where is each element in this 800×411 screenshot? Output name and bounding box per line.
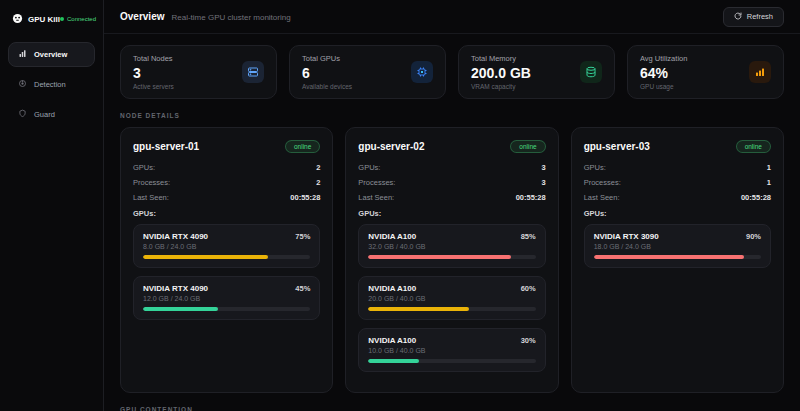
sidebar-item-guard[interactable]: Guard bbox=[8, 102, 95, 127]
page-title: Overview bbox=[120, 11, 164, 22]
stat-sublabel: GPU usage bbox=[640, 83, 687, 90]
gpu-memory: 10.0 GB / 40.0 GB bbox=[368, 347, 535, 354]
stat-card: Total Memory 200.0 GB VRAM capacity bbox=[458, 45, 615, 99]
node-card: gpu-server-02 online GPUs:3 Processes:3 … bbox=[345, 127, 558, 393]
refresh-button[interactable]: Refresh bbox=[723, 7, 784, 27]
last-seen-label: Last Seen: bbox=[358, 193, 394, 202]
app-title: GPU Kill bbox=[28, 15, 60, 24]
page-subtitle: Real-time GPU cluster monitoring bbox=[171, 13, 290, 22]
gpu-name: NVIDIA RTX 4090 bbox=[143, 232, 208, 241]
content: Total Nodes 3 Active servers Total GPUs … bbox=[104, 34, 800, 411]
last-seen-value: 00:55:28 bbox=[516, 193, 546, 202]
refresh-icon bbox=[734, 12, 742, 22]
node-card: gpu-server-01 online GPUs:2 Processes:2 … bbox=[120, 127, 333, 393]
gpu-memory: 8.0 GB / 24.0 GB bbox=[143, 243, 310, 250]
gpu-memory: 20.0 GB / 40.0 GB bbox=[368, 295, 535, 302]
gpu-list-label: GPUs: bbox=[584, 209, 771, 218]
gpu-row: NVIDIA A100 60% 20.0 GB / 40.0 GB bbox=[358, 276, 545, 320]
gpu-utilization: 60% bbox=[521, 284, 536, 293]
gpus-label: GPUs: bbox=[133, 163, 155, 172]
main-area: Overview Real-time GPU cluster monitorin… bbox=[104, 0, 800, 411]
sidebar-item-detection[interactable]: Detection bbox=[8, 72, 95, 97]
sidebar-item-label: Guard bbox=[34, 110, 55, 119]
sidebar-item-overview[interactable]: Overview bbox=[8, 42, 95, 67]
utilization-bar-fill bbox=[368, 359, 418, 363]
server-icon bbox=[242, 61, 264, 83]
stat-sublabel: Available devices bbox=[302, 83, 352, 90]
utilization-bar-track bbox=[368, 255, 535, 259]
gpu-row: NVIDIA RTX 3090 90% 18.0 GB / 24.0 GB bbox=[584, 224, 771, 268]
sidebar: GPU Kill Connected OverviewDetectionGuar… bbox=[0, 0, 104, 411]
connection-status: Connected bbox=[60, 16, 96, 22]
status-badge: online bbox=[736, 140, 771, 153]
bar-chart-icon bbox=[18, 49, 27, 60]
last-seen-value: 00:55:28 bbox=[290, 193, 320, 202]
processes-value: 2 bbox=[316, 178, 320, 187]
stat-value: 3 bbox=[133, 65, 174, 81]
stat-sublabel: Active servers bbox=[133, 83, 174, 90]
gpu-utilization: 45% bbox=[295, 284, 310, 293]
node-name: gpu-server-02 bbox=[358, 141, 424, 152]
gpu-contention-section-label: GPU CONTENTION bbox=[120, 406, 784, 411]
utilization-bar-track bbox=[368, 359, 535, 363]
gpu-list-label: GPUs: bbox=[133, 209, 320, 218]
gpu-list: NVIDIA RTX 3090 90% 18.0 GB / 24.0 GB bbox=[584, 224, 771, 268]
gpu-row: NVIDIA RTX 4090 45% 12.0 GB / 24.0 GB bbox=[133, 276, 320, 320]
chip-icon bbox=[411, 61, 433, 83]
gpus-value: 1 bbox=[767, 163, 771, 172]
utilization-bar-track bbox=[143, 255, 310, 259]
gpu-list: NVIDIA A100 85% 32.0 GB / 40.0 GB NVIDIA… bbox=[358, 224, 545, 372]
gpu-name: NVIDIA A100 bbox=[368, 232, 416, 241]
gpus-value: 3 bbox=[541, 163, 545, 172]
utilization-bar-track bbox=[143, 307, 310, 311]
stat-label: Total Memory bbox=[471, 54, 531, 63]
gpu-list: NVIDIA RTX 4090 75% 8.0 GB / 24.0 GB NVI… bbox=[133, 224, 320, 320]
stat-label: Total Nodes bbox=[133, 54, 174, 63]
utilization-bar-track bbox=[594, 255, 761, 259]
gpu-name: NVIDIA RTX 4090 bbox=[143, 284, 208, 293]
gpus-label: GPUs: bbox=[584, 163, 606, 172]
utilization-bar-fill bbox=[143, 307, 218, 311]
processes-value: 1 bbox=[767, 178, 771, 187]
app-window: GPU Kill Connected OverviewDetectionGuar… bbox=[0, 0, 800, 411]
stat-sublabel: VRAM capacity bbox=[471, 83, 531, 90]
gpu-memory: 18.0 GB / 24.0 GB bbox=[594, 243, 761, 250]
utilization-bar-fill bbox=[594, 255, 745, 259]
gpu-memory: 12.0 GB / 24.0 GB bbox=[143, 295, 310, 302]
radar-icon bbox=[18, 79, 27, 90]
gpu-utilization: 90% bbox=[746, 232, 761, 241]
gpu-utilization: 30% bbox=[521, 336, 536, 345]
stat-value: 6 bbox=[302, 65, 352, 81]
gpu-name: NVIDIA A100 bbox=[368, 336, 416, 345]
gpu-utilization: 85% bbox=[521, 232, 536, 241]
gpu-utilization: 75% bbox=[295, 232, 310, 241]
gpu-name: NVIDIA A100 bbox=[368, 284, 416, 293]
stats-grid: Total Nodes 3 Active servers Total GPUs … bbox=[120, 45, 784, 99]
gpu-row: NVIDIA A100 30% 10.0 GB / 40.0 GB bbox=[358, 328, 545, 372]
gpus-value: 2 bbox=[316, 163, 320, 172]
status-badge: online bbox=[510, 140, 545, 153]
node-grid: gpu-server-01 online GPUs:2 Processes:2 … bbox=[120, 127, 784, 393]
sidebar-item-label: Detection bbox=[34, 80, 66, 89]
stat-value: 200.0 GB bbox=[471, 65, 531, 81]
logo-row: GPU Kill Connected bbox=[0, 0, 103, 42]
stat-value: 64% bbox=[640, 65, 687, 81]
gpus-label: GPUs: bbox=[358, 163, 380, 172]
gpu-row: NVIDIA RTX 4090 75% 8.0 GB / 24.0 GB bbox=[133, 224, 320, 268]
processes-value: 3 bbox=[541, 178, 545, 187]
status-dot-icon bbox=[60, 17, 64, 21]
last-seen-value: 00:55:28 bbox=[741, 193, 771, 202]
processes-label: Processes: bbox=[133, 178, 170, 187]
shield-icon bbox=[18, 109, 27, 120]
bars-icon bbox=[749, 61, 771, 83]
node-card: gpu-server-03 online GPUs:1 Processes:1 … bbox=[571, 127, 784, 393]
stat-card: Avg Utilization 64% GPU usage bbox=[627, 45, 784, 99]
gpu-row: NVIDIA A100 85% 32.0 GB / 40.0 GB bbox=[358, 224, 545, 268]
sidebar-nav: OverviewDetectionGuard bbox=[0, 42, 103, 127]
utilization-bar-fill bbox=[368, 307, 468, 311]
last-seen-label: Last Seen: bbox=[133, 193, 169, 202]
stat-card: Total Nodes 3 Active servers bbox=[120, 45, 277, 99]
processes-label: Processes: bbox=[584, 178, 621, 187]
database-icon bbox=[580, 61, 602, 83]
last-seen-label: Last Seen: bbox=[584, 193, 620, 202]
